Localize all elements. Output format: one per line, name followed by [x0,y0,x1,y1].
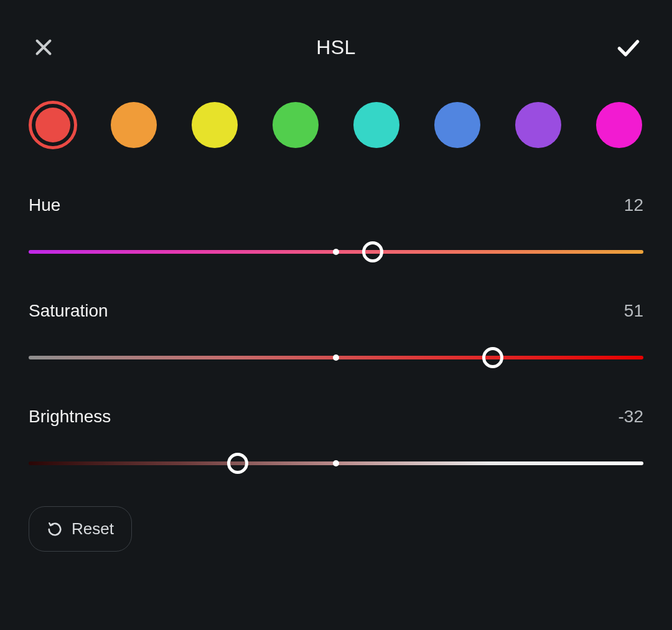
saturation-slider-block: Saturation 51 [29,301,643,368]
undo-icon [47,521,63,537]
brightness-slider-block: Brightness -32 [29,407,643,474]
color-swatch-red[interactable] [29,101,77,149]
saturation-center-dot [333,354,339,361]
swatch-dot [353,102,399,148]
color-swatch-purple[interactable] [514,101,562,149]
check-icon [615,34,642,61]
swatch-dot [434,102,480,148]
brightness-value: -32 [618,407,643,427]
color-swatch-cyan[interactable] [352,101,401,149]
swatch-dot [35,108,70,142]
hue-value: 12 [624,195,643,215]
reset-label: Reset [72,519,114,539]
color-swatch-orange[interactable] [110,101,158,149]
saturation-value: 51 [624,301,643,321]
swatch-dot [111,102,157,148]
color-swatch-blue[interactable] [433,101,482,149]
color-swatch-magenta[interactable] [595,101,643,149]
hue-center-dot [333,249,339,255]
swatch-dot [273,102,319,148]
brightness-knob[interactable] [227,453,248,474]
swatch-dot [596,102,642,148]
sliders-section: Hue 12 Saturation 51 Brightness [29,195,643,474]
hsl-panel: HSL Hue 12 Saturation 51 [0,0,672,630]
brightness-center-dot [333,460,339,466]
hue-knob[interactable] [362,241,383,262]
color-swatch-yellow[interactable] [190,101,239,149]
swatch-dot [192,102,238,148]
hue-label: Hue [29,195,60,215]
hue-slider-head: Hue 12 [29,195,643,215]
color-swatch-green[interactable] [271,101,320,149]
panel-header: HSL [29,29,643,66]
close-button[interactable] [29,32,58,62]
saturation-knob[interactable] [482,347,503,368]
panel-title: HSL [58,36,614,59]
brightness-slider-head: Brightness -32 [29,407,643,427]
confirm-button[interactable] [614,32,643,62]
saturation-slider[interactable] [29,347,643,368]
color-swatch-row [29,101,643,149]
hue-slider-block: Hue 12 [29,195,643,262]
saturation-label: Saturation [29,301,108,321]
brightness-label: Brightness [29,407,111,427]
close-icon [32,36,55,58]
hue-slider[interactable] [29,241,643,262]
brightness-slider[interactable] [29,453,643,474]
swatch-dot [515,102,561,148]
reset-button[interactable]: Reset [29,506,132,552]
saturation-slider-head: Saturation 51 [29,301,643,321]
